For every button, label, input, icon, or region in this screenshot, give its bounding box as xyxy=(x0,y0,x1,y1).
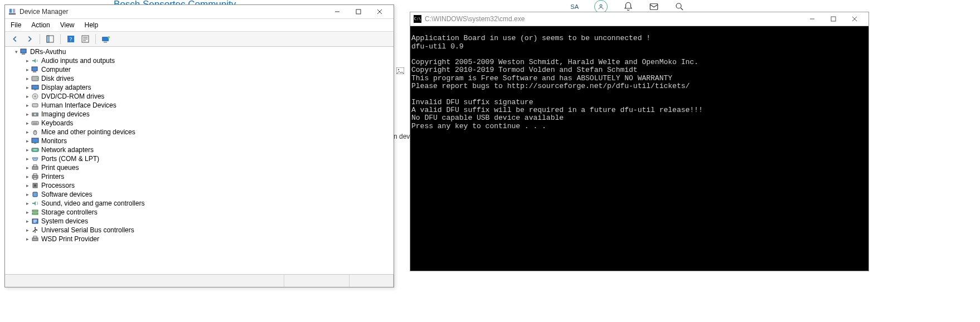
close-button[interactable] xyxy=(844,13,865,25)
menu-file[interactable]: File xyxy=(9,20,22,30)
caret-right-icon[interactable]: ▸ xyxy=(24,183,31,188)
tree-category[interactable]: ▸DVD/CD-ROM drives xyxy=(24,92,391,101)
tree-category[interactable]: ▸Imaging devices xyxy=(24,110,391,119)
caret-right-icon[interactable]: ▸ xyxy=(24,76,31,81)
caret-right-icon[interactable]: ▸ xyxy=(24,201,31,206)
device-tree[interactable]: ▾ DRs-Avuthu ▸Audio inputs and outputs▸C… xyxy=(7,47,391,272)
close-button[interactable] xyxy=(369,6,390,18)
caret-right-icon[interactable]: ▸ xyxy=(24,165,31,170)
device-manager-titlebar[interactable]: Device Manager xyxy=(5,5,394,19)
svg-rect-32 xyxy=(32,138,38,143)
tree-root-node[interactable]: ▾ DRs-Avuthu xyxy=(13,47,391,56)
caret-right-icon[interactable]: ▸ xyxy=(24,85,31,90)
svg-rect-53 xyxy=(33,236,37,238)
tree-category[interactable]: ▸Sound, video and game controllers xyxy=(24,199,391,208)
cmd-output[interactable]: Application Board in use (or) seems to b… xyxy=(410,26,869,271)
caret-right-icon[interactable]: ▸ xyxy=(24,138,31,144)
tree-category[interactable]: ▸Software devices xyxy=(24,190,391,199)
back-button[interactable] xyxy=(8,32,22,46)
menu-help[interactable]: Help xyxy=(84,20,100,30)
svg-rect-24 xyxy=(34,89,36,90)
tree-category[interactable]: ▸Processors xyxy=(24,181,391,190)
tree-category[interactable]: ▸Ports (COM & LPT) xyxy=(24,154,391,163)
minimize-button[interactable] xyxy=(802,13,823,25)
tree-category[interactable]: ▸Computer xyxy=(24,65,391,74)
caret-right-icon[interactable]: ▸ xyxy=(24,209,31,215)
svg-rect-15 xyxy=(104,42,107,43)
show-hide-tree-button[interactable] xyxy=(43,32,57,46)
caret-right-icon[interactable]: ▸ xyxy=(24,103,31,108)
tree-category[interactable]: ▸WSD Print Provider xyxy=(24,235,391,243)
toolbar-separator xyxy=(95,34,96,44)
category-icon xyxy=(31,119,40,127)
tree-category[interactable]: ▸Storage controllers xyxy=(24,208,391,217)
help-button[interactable]: ? xyxy=(64,32,77,46)
maximize-button[interactable] xyxy=(348,6,369,18)
category-icon xyxy=(31,217,40,225)
forward-button[interactable] xyxy=(23,32,36,46)
tree-category-label: Human Interface Devices xyxy=(41,101,117,109)
svg-point-37 xyxy=(36,158,36,159)
caret-right-icon[interactable]: ▸ xyxy=(24,67,31,72)
minimize-button[interactable] xyxy=(327,6,348,18)
device-manager-menubar: File Action View Help xyxy=(5,19,394,32)
tree-root-label: DRs-Avuthu xyxy=(30,48,66,56)
menu-action[interactable]: Action xyxy=(30,20,51,30)
tree-category[interactable]: ▸Universal Serial Bus controllers xyxy=(24,226,391,235)
maximize-button[interactable] xyxy=(823,13,844,25)
category-icon xyxy=(31,164,40,172)
svg-rect-27 xyxy=(32,104,38,107)
tree-category[interactable]: ▸Network adapters xyxy=(24,145,391,154)
caret-right-icon[interactable]: ▸ xyxy=(24,129,31,135)
tree-category[interactable]: ▸Monitors xyxy=(24,136,391,145)
svg-rect-10 xyxy=(47,36,49,42)
svg-rect-30 xyxy=(32,121,38,125)
caret-right-icon[interactable]: ▸ xyxy=(24,156,31,162)
svg-point-29 xyxy=(34,114,36,116)
search-icon[interactable] xyxy=(675,2,685,12)
caret-down-icon[interactable]: ▾ xyxy=(13,49,20,55)
cmd-titlebar[interactable]: C:\ C:\WINDOWS\system32\cmd.exe xyxy=(410,12,869,26)
category-icon xyxy=(31,92,40,100)
caret-right-icon[interactable]: ▸ xyxy=(24,236,31,242)
tree-category[interactable]: ▸Print queues xyxy=(24,163,391,172)
svg-point-16 xyxy=(108,36,110,38)
tree-category[interactable]: ▸Disk drives xyxy=(24,74,391,83)
tree-category-label: Audio inputs and outputs xyxy=(41,57,115,65)
tree-category-label: Keyboards xyxy=(41,119,73,127)
caret-right-icon[interactable]: ▸ xyxy=(24,218,31,224)
caret-right-icon[interactable]: ▸ xyxy=(24,192,31,197)
tree-category-label: DVD/CD-ROM drives xyxy=(41,92,104,100)
caret-right-icon[interactable]: ▸ xyxy=(24,227,31,233)
caret-right-icon[interactable]: ▸ xyxy=(24,58,31,64)
tree-category-label: Ports (COM & LPT) xyxy=(41,155,99,163)
envelope-icon[interactable] xyxy=(649,2,659,12)
tree-category[interactable]: ▸System devices xyxy=(24,217,391,226)
device-manager-statusbar xyxy=(5,274,394,287)
toolbar-separator xyxy=(40,34,40,44)
category-icon xyxy=(31,137,40,145)
caret-right-icon[interactable]: ▸ xyxy=(24,174,31,179)
category-icon xyxy=(31,155,40,163)
svg-point-26 xyxy=(35,96,36,97)
svg-rect-41 xyxy=(33,174,37,175)
tree-category[interactable]: ▸Audio inputs and outputs xyxy=(24,56,391,65)
caret-right-icon[interactable]: ▸ xyxy=(24,120,31,126)
bell-icon[interactable] xyxy=(623,2,633,12)
caret-right-icon[interactable]: ▸ xyxy=(24,111,31,117)
tree-category[interactable]: ▸Display adapters xyxy=(24,83,391,92)
computer-icon xyxy=(20,48,28,56)
properties-button[interactable] xyxy=(79,32,92,46)
svg-rect-19 xyxy=(32,67,37,71)
tree-category-label: WSD Print Provider xyxy=(41,235,99,243)
caret-right-icon[interactable]: ▸ xyxy=(24,94,31,99)
tree-category[interactable]: ▸Printers xyxy=(24,172,391,181)
tree-category[interactable]: ▸Human Interface Devices xyxy=(24,101,391,110)
caret-right-icon[interactable]: ▸ xyxy=(24,147,31,153)
scan-hardware-button[interactable] xyxy=(99,32,113,46)
svg-rect-5 xyxy=(9,9,12,13)
menu-view[interactable]: View xyxy=(59,20,76,30)
tree-category[interactable]: ▸Keyboards xyxy=(24,119,391,128)
tree-category[interactable]: ▸Mice and other pointing devices xyxy=(24,128,391,136)
svg-rect-46 xyxy=(32,210,38,212)
